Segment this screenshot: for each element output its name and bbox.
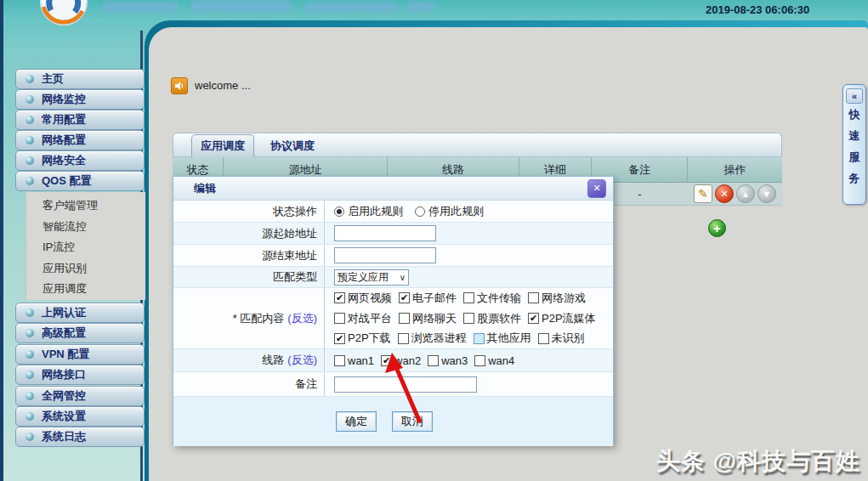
remark-input[interactable]: [334, 376, 477, 393]
checkbox-label: 网络游戏: [542, 291, 586, 306]
checkbox[interactable]: [463, 292, 474, 303]
checkbox-label: 网页视频: [348, 291, 392, 306]
sidebar-item-bottom-6[interactable]: 系统日志: [15, 427, 145, 447]
app-option[interactable]: 网络聊天: [399, 311, 457, 326]
checkbox[interactable]: [474, 355, 485, 366]
sidebar-item-label: 上网认证: [42, 305, 86, 320]
sidebar-item-top-1[interactable]: 网络监控: [15, 89, 145, 110]
src-start-row: 源起始地址: [173, 223, 613, 245]
checkbox[interactable]: [428, 355, 439, 366]
sidebar-item-bottom-1[interactable]: 高级配置: [15, 323, 145, 343]
sidebar-item-bottom-5[interactable]: 系统设置: [15, 406, 145, 427]
checkbox[interactable]: ✔: [334, 333, 345, 344]
app-option[interactable]: 其他应用: [474, 331, 531, 346]
dialog-footer: 确定 取消: [173, 397, 613, 446]
app-option[interactable]: 浏览器进程: [398, 331, 467, 346]
wan-option-wan1[interactable]: wan1: [334, 354, 374, 367]
checkbox[interactable]: [463, 313, 474, 324]
sidebar-item-bottom-3[interactable]: 网络接口: [15, 365, 145, 385]
invert-selection-link[interactable]: (反选): [287, 353, 317, 368]
status-option-1[interactable]: 停用此规则: [415, 204, 484, 219]
wan-checkbox-group: wan1✔wan2wan3wan4: [324, 349, 613, 371]
submenu-item-3[interactable]: 应用识别: [43, 261, 87, 276]
checkbox-line-1: 对战平台网络聊天股票软件✔P2P流媒体: [334, 308, 603, 329]
speaker-icon: [171, 77, 188, 94]
wan-option-wan3[interactable]: wan3: [428, 354, 468, 367]
submenu-item-2[interactable]: IP流控: [43, 240, 75, 255]
checkbox-label: wan2: [394, 354, 421, 367]
src-start-input[interactable]: [334, 225, 436, 241]
checkbox[interactable]: [334, 313, 345, 324]
radio-button[interactable]: [415, 207, 425, 217]
app-option[interactable]: 未识别: [538, 331, 585, 346]
submenu-item-0[interactable]: 客户端管理: [43, 198, 98, 213]
sidebar-item-label: 网络安全: [42, 153, 86, 168]
checkbox[interactable]: [398, 333, 409, 344]
remark-row: 备注: [173, 372, 613, 397]
delete-icon[interactable]: ✕: [715, 184, 734, 203]
checkbox[interactable]: ✔: [334, 292, 345, 303]
blurred-brand-text: [190, 1, 292, 12]
wan-option-wan4[interactable]: wan4: [474, 354, 514, 367]
move-up-icon[interactable]: ▲: [736, 184, 755, 203]
blurred-brand-text: [406, 2, 435, 12]
src-end-input[interactable]: [334, 247, 436, 263]
sidebar-item-top-0[interactable]: 主页: [15, 69, 145, 89]
submenu-item-4[interactable]: 应用调度: [43, 281, 87, 297]
move-down-icon[interactable]: ▼: [757, 184, 776, 203]
sidebar-item-top-2[interactable]: 常用配置: [15, 110, 145, 130]
sidebar-item-bottom-0[interactable]: 上网认证: [15, 303, 145, 323]
sphere-bullet-icon: [26, 329, 34, 337]
blurred-brand-text: [304, 3, 398, 12]
checkbox[interactable]: [334, 355, 345, 366]
checkbox[interactable]: ✔: [528, 313, 539, 324]
sidebar-item-bottom-4[interactable]: 全网管控: [15, 386, 145, 406]
quick-service-label: 快速服务: [849, 104, 860, 189]
checkbox[interactable]: ✔: [381, 355, 392, 366]
status-option-0[interactable]: 启用此规则: [334, 204, 403, 219]
checkbox[interactable]: [538, 333, 549, 344]
edit-dialog: 编辑 ✕ 状态操作 启用此规则停用此规则 源起始地址 源结束地址 匹配类型 预定…: [173, 176, 614, 445]
system-timestamp: 2019-08-23 06:06:30: [706, 3, 809, 16]
sidebar-item-top-4[interactable]: 网络安全: [15, 150, 145, 171]
app-checkbox-grid: ✔网页视频✔电子邮件文件传输网络游戏对战平台网络聊天股票软件✔P2P流媒体✔P2…: [324, 288, 613, 348]
status-row: 状态操作 启用此规则停用此规则: [173, 201, 613, 223]
tab-protocol-schedule[interactable]: 协议调度: [270, 139, 315, 154]
checkbox[interactable]: [474, 333, 485, 344]
checkbox[interactable]: [399, 313, 410, 324]
submenu-item-1[interactable]: 智能流控: [43, 219, 87, 235]
app-option[interactable]: ✔P2P下载: [334, 331, 391, 346]
app-option[interactable]: 文件传输: [463, 291, 521, 306]
ok-button[interactable]: 确定: [336, 411, 377, 432]
tab-app-schedule[interactable]: 应用调度: [191, 134, 254, 157]
app-option[interactable]: 股票软件: [463, 311, 521, 326]
checkbox[interactable]: [528, 292, 539, 303]
edit-icon[interactable]: ✎: [694, 184, 712, 203]
wan-option-wan2[interactable]: ✔wan2: [381, 354, 421, 367]
app-option[interactable]: ✔P2P流媒体: [528, 311, 596, 326]
quick-service-panel[interactable]: « 快速服务: [842, 84, 866, 205]
column-header-5: 操作: [688, 157, 782, 182]
app-option[interactable]: 对战平台: [334, 311, 392, 326]
sphere-bullet-icon: [26, 156, 34, 165]
brand-logo-icon: [32, 0, 95, 29]
invert-selection-link[interactable]: (反选): [287, 311, 317, 326]
add-rule-button[interactable]: +: [708, 219, 726, 237]
sidebar-item-label: 网络接口: [42, 367, 86, 382]
sidebar-item-top-3[interactable]: 网络配置: [15, 130, 145, 150]
sidebar-item-top-5[interactable]: QOS 配置: [15, 171, 145, 191]
checkbox[interactable]: ✔: [399, 292, 410, 303]
chevron-down-icon: ∨: [400, 273, 406, 282]
match-type-select[interactable]: 预定义应用 ∨: [334, 269, 409, 286]
sidebar-item-label: 系统日志: [42, 429, 86, 444]
collapse-icon[interactable]: «: [846, 88, 863, 104]
app-option[interactable]: ✔电子邮件: [399, 291, 457, 306]
close-icon[interactable]: ✕: [587, 179, 606, 198]
app-option[interactable]: 网络游戏: [528, 291, 586, 306]
radio-button[interactable]: [334, 207, 344, 217]
cancel-button[interactable]: 取消: [392, 411, 433, 432]
sphere-bullet-icon: [26, 136, 34, 144]
sidebar-item-bottom-2[interactable]: VPN 配置: [15, 344, 145, 365]
app-option[interactable]: ✔网页视频: [334, 291, 392, 306]
sphere-bullet-icon: [26, 371, 34, 379]
